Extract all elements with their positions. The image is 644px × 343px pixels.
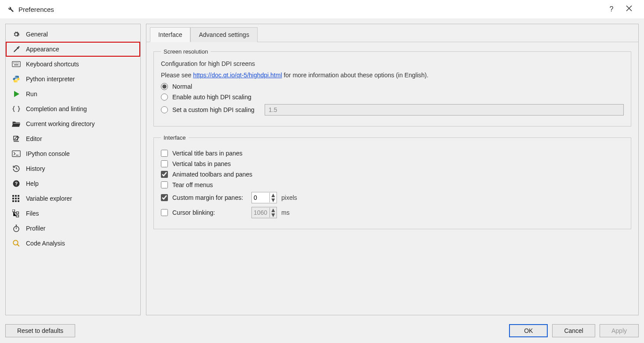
config-description: Configuration for high DPI screens [161,60,624,67]
custom-margin-label: Custom margin for panes: [172,194,247,201]
window-title: Preferences [18,6,54,13]
sidebar-item-keyboard-shortcuts[interactable]: Keyboard shortcuts [6,57,140,72]
svg-rect-6 [12,151,20,156]
svg-rect-14 [18,198,19,199]
margin-spinner[interactable]: ▲▼ [251,192,277,203]
svg-rect-10 [15,195,17,197]
history-icon [12,165,21,173]
sidebar-item-label: Completion and linting [26,105,87,112]
svg-point-22 [13,240,18,245]
check-animated-toolbars[interactable]: Animated toolbars and panes [161,171,624,178]
check-tear-off-menus[interactable]: Tear off menus [161,181,624,188]
blink-value-input[interactable] [252,207,269,218]
help-icon: ? [12,180,21,188]
sidebar-item-help[interactable]: ? Help [6,176,140,191]
check-cursor-blinking-input[interactable] [161,209,168,216]
radio-custom-dpi[interactable]: Set a custom high DPI scaling [161,104,624,116]
reset-to-defaults-button[interactable]: Reset to defaults [5,324,75,337]
svg-text:?: ? [15,181,18,186]
ok-button[interactable]: OK [509,324,548,337]
cancel-button[interactable]: Cancel [552,324,595,337]
check-custom-margin-input[interactable] [161,194,168,201]
group-interface: Interface Vertical title bars in panes V… [153,134,631,229]
sidebar-item-general[interactable]: General [6,27,140,42]
play-icon [12,90,21,98]
margin-value-input[interactable] [252,192,269,203]
sidebar-item-completion-linting[interactable]: Completion and linting [6,101,140,116]
check-vertical-title-bars-input[interactable] [161,150,168,157]
sidebar-item-label: Keyboard shortcuts [26,61,79,68]
margin-unit: pixels [281,194,297,201]
magnifier-icon [12,239,21,247]
main-panel: Interface Advanced settings Screen resol… [146,24,639,315]
sidebar-item-variable-explorer[interactable]: Variable explorer [6,191,140,206]
sidebar-item-label: Variable explorer [26,195,72,202]
check-tear-off-menus-input[interactable] [161,181,168,188]
apply-button[interactable]: Apply [600,324,639,337]
custom-dpi-input[interactable] [265,104,624,116]
check-vertical-tabs[interactable]: Vertical tabs in panes [161,160,624,167]
sidebar-item-python-interpreter[interactable]: Python interpreter [6,72,140,87]
sidebar-item-label: Files [26,210,39,217]
sidebar-item-label: Run [26,90,37,97]
radio-normal[interactable]: Normal [161,83,624,90]
highdpi-link[interactable]: https://doc.qt.io/qt-5/highdpi.html [193,72,282,79]
preferences-sidebar: General Appearance Keyboard shortcuts Py… [5,24,141,315]
sidebar-item-code-analysis[interactable]: Code Analysis [6,236,140,251]
spinner-arrows[interactable]: ▲▼ [269,208,277,217]
sidebar-item-files[interactable]: Files [6,206,140,221]
sidebar-item-appearance[interactable]: Appearance [6,42,140,57]
sidebar-item-label: History [26,165,45,172]
sidebar-item-label: Code Analysis [26,240,65,247]
radio-auto-dpi-input[interactable] [161,94,168,101]
svg-rect-2 [15,63,16,64]
link-line: Please see https://doc.qt.io/qt-5/highdp… [161,72,624,79]
svg-rect-0 [12,61,20,67]
svg-rect-4 [18,63,18,64]
check-animated-toolbars-input[interactable] [161,171,168,178]
eyedropper-icon [12,45,21,53]
help-button[interactable]: ? [603,5,620,13]
tab-advanced-settings[interactable]: Advanced settings [190,27,257,42]
check-vertical-tabs-input[interactable] [161,160,168,167]
sidebar-item-cwd[interactable]: Current working directory [6,116,140,131]
folder-open-icon [12,120,21,128]
sidebar-item-run[interactable]: Run [6,87,140,101]
grid-icon [12,195,21,202]
sidebar-item-label: Current working directory [26,120,95,127]
check-vertical-title-bars[interactable]: Vertical title bars in panes [161,150,624,157]
svg-rect-3 [16,63,17,64]
blink-spinner[interactable]: ▲▼ [251,207,277,218]
gears-icon [12,30,21,38]
svg-rect-15 [12,200,14,202]
blink-unit: ms [281,209,290,216]
console-icon [12,150,21,158]
sidebar-item-label: IPython console [26,150,70,157]
tab-interface[interactable]: Interface [150,27,190,42]
cursor-blinking-label: Cursor blinking: [172,209,247,216]
tab-bar: Interface Advanced settings [146,24,638,42]
radio-normal-input[interactable] [161,83,168,90]
sidebar-item-label: Appearance [26,46,59,53]
files-tree-icon [12,209,21,217]
sidebar-item-history[interactable]: History [6,161,140,176]
sidebar-item-editor[interactable]: Editor [6,131,140,146]
radio-auto-dpi[interactable]: Enable auto high DPI scaling [161,94,624,101]
wrench-icon [6,5,14,14]
close-button[interactable] [620,5,638,13]
svg-rect-18 [12,209,15,212]
svg-rect-11 [18,195,19,197]
sidebar-item-label: General [26,31,48,38]
svg-rect-13 [15,198,17,199]
radio-custom-dpi-input[interactable] [161,106,168,113]
spinner-arrows[interactable]: ▲▼ [269,193,277,202]
svg-rect-19 [16,212,18,214]
titlebar: Preferences ? [0,0,644,18]
edit-icon [12,135,21,143]
sidebar-item-label: Python interpreter [26,76,75,83]
sidebar-item-label: Help [26,180,39,187]
svg-rect-12 [12,198,14,199]
sidebar-item-profiler[interactable]: Profiler [6,221,140,236]
group-screen-resolution: Screen resolution Configuration for high… [153,48,631,126]
sidebar-item-ipython-console[interactable]: IPython console [6,146,140,161]
